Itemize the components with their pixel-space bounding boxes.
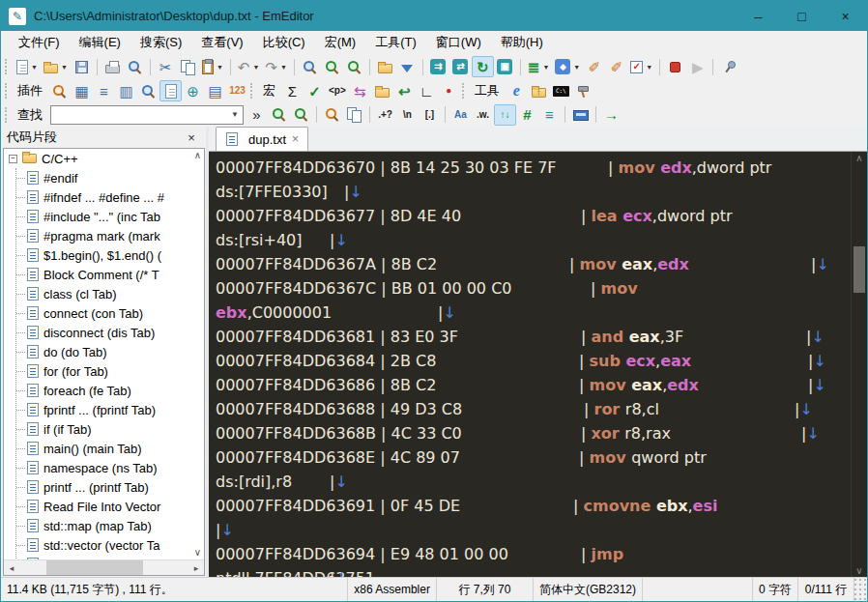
jump-list-button[interactable]: ≡ <box>538 104 561 126</box>
menu-item-1[interactable]: 文件(F) <box>9 31 70 54</box>
copy-highlighted-button[interactable] <box>343 104 365 126</box>
toolbar-grip[interactable] <box>5 83 10 99</box>
menu-item-4[interactable]: 查看(V) <box>191 31 252 54</box>
dropdown-arrow-icon[interactable]: ▼ <box>252 64 259 71</box>
macro-library-button[interactable]: ◆▼ <box>552 56 583 77</box>
snippet-item-8[interactable]: connect (con Tab) <box>16 303 204 323</box>
snippet-item-7[interactable]: class (cl Tab) <box>16 284 204 303</box>
print-preview-button[interactable] <box>124 56 146 77</box>
snippet-item-2[interactable]: #ifndef ... #define ... # <box>16 187 204 207</box>
snippet-item-13[interactable]: fprintf ... (fprintf Tab) <box>16 400 204 419</box>
plugin-search-button[interactable] <box>48 80 71 101</box>
find-in-files-button[interactable] <box>374 56 396 77</box>
toolbar-grip[interactable] <box>250 83 255 99</box>
multi-select-button[interactable]: ✓▼ <box>627 56 655 77</box>
tool-hammer-button[interactable] <box>572 80 594 101</box>
resize-grip[interactable] <box>854 578 867 601</box>
macro-apple-doc-button[interactable]: ● <box>438 80 460 101</box>
cut-button[interactable]: ✂ <box>155 56 177 77</box>
highlight-search-button[interactable] <box>321 104 343 126</box>
dropdown-arrow-icon[interactable]: ▼ <box>573 64 580 71</box>
plugin-snippets-button[interactable] <box>159 80 182 101</box>
close-button[interactable]: × <box>824 1 867 31</box>
macro-sum-button[interactable]: Σ <box>281 80 304 101</box>
snippet-item-11[interactable]: for (for Tab) <box>16 361 204 381</box>
menu-item-2[interactable]: 编辑(E) <box>70 31 130 54</box>
copy-button[interactable] <box>177 56 199 77</box>
menu-item-5[interactable]: 比较(C) <box>253 31 315 54</box>
regex-button[interactable]: .+? <box>374 104 396 126</box>
collapse-icon[interactable]: − <box>9 155 17 163</box>
menu-item-6[interactable]: 宏(M) <box>315 31 366 54</box>
plugin-outline-button[interactable]: ≡ <box>93 80 115 101</box>
tab-dup-txt[interactable]: dup.txt × <box>216 127 308 151</box>
editor-scroll-up-icon[interactable]: ∧ <box>852 153 867 163</box>
toolbar-grip[interactable] <box>462 83 467 99</box>
plugin-hash-grid-button[interactable]: ▦ <box>71 80 93 101</box>
combo-dropdown-icon[interactable]: ▼ <box>227 106 243 124</box>
display-mode-button[interactable] <box>569 104 592 126</box>
scroll-right-icon[interactable]: ▸ <box>188 563 204 573</box>
status-segment-4[interactable] <box>642 578 752 601</box>
snippet-item-20[interactable]: std::vector (vector Ta <box>16 535 204 555</box>
dropdown-arrow-icon[interactable]: ▼ <box>280 64 287 71</box>
snippet-item-3[interactable]: #include "..." (inc Tab <box>16 207 204 226</box>
next-document-button[interactable]: → <box>600 104 622 126</box>
paste-button[interactable]: ▼ <box>199 56 226 77</box>
plugin-word-count-button[interactable]: 123 <box>226 80 248 101</box>
plugin-web-preview-button[interactable]: ⊕ <box>182 80 204 101</box>
outline-button[interactable]: ≣▼ <box>525 56 553 77</box>
tree-scroll-down-icon[interactable]: ∨ <box>194 547 201 558</box>
pin-button[interactable] <box>717 56 739 77</box>
compare-rescan-button[interactable]: ⇄ <box>449 56 472 77</box>
dropdown-arrow-icon[interactable]: ▼ <box>61 64 68 71</box>
open-file-button[interactable]: ▼ <box>41 56 71 77</box>
menu-item-3[interactable]: 搜索(S) <box>130 31 191 54</box>
count-matches-button[interactable]: # <box>516 104 538 126</box>
new-file-button[interactable]: ▼ <box>14 56 41 77</box>
char-class-button[interactable]: [.] <box>419 104 441 126</box>
snippet-item-10[interactable]: do (do Tab) <box>16 342 204 361</box>
findbar-next-button[interactable] <box>268 104 290 126</box>
editor-scroll-thumb[interactable] <box>854 246 865 293</box>
plugin-projects-button[interactable]: ▤ <box>204 80 226 101</box>
minimize-button[interactable]: – <box>737 1 780 31</box>
macro-html-tag-button[interactable]: <p> <box>326 80 349 101</box>
snippet-item-14[interactable]: if (if Tab) <box>16 419 204 439</box>
scroll-thumb[interactable] <box>46 560 143 575</box>
snippet-item-4[interactable]: #pragma mark (mark <box>16 226 204 245</box>
toolbar-grip[interactable] <box>5 107 10 123</box>
tool-command-prompt-button[interactable]: C:\ <box>550 80 572 101</box>
match-case-button[interactable]: Aa <box>449 104 472 126</box>
snippet-item-15[interactable]: main() (main Tab) <box>16 439 204 458</box>
snippet-stack-button[interactable]: ✐ <box>605 56 627 77</box>
menu-item-8[interactable]: 窗口(W) <box>426 31 491 54</box>
snippet-item-18[interactable]: Read File Into Vector <box>16 497 204 516</box>
findbar-previous-button[interactable] <box>290 104 312 126</box>
snippets-panel-close-icon[interactable]: × <box>183 129 200 146</box>
macro-folder-button[interactable] <box>371 80 393 101</box>
snippet-item-6[interactable]: Block Comment (/* T <box>16 265 204 284</box>
menu-item-7[interactable]: 工具(T) <box>365 31 426 54</box>
macro-arrows-button[interactable]: ⇆ <box>349 80 371 101</box>
text-editor[interactable]: 00007FF84DD63670 | 8B 14 25 30 03 FE 7F|… <box>209 152 867 577</box>
snippet-insert-button[interactable]: ✐ <box>583 56 605 77</box>
tab-close-icon[interactable]: × <box>292 132 299 146</box>
redo-button[interactable]: ↷▼ <box>262 56 290 77</box>
status-segment-3[interactable]: 简体中文(GB2312) <box>533 578 642 601</box>
tool-folder-up-button[interactable]: ↑ <box>528 80 550 101</box>
macro-check-button[interactable]: ✓ <box>304 80 326 101</box>
undo-button[interactable]: ↶▼ <box>235 56 263 77</box>
macro-ruler-cursor-button[interactable]: ∟ <box>416 80 438 101</box>
snippet-item-16[interactable]: namespace (ns Tab) <box>16 458 204 477</box>
status-segment-5[interactable]: 0 字符 <box>752 578 797 601</box>
status-segment-2[interactable]: 行 7,列 70 <box>436 578 533 601</box>
status-segment-1[interactable]: x86 Assembler <box>347 578 436 601</box>
snippet-item-19[interactable]: std::map (map Tab) <box>16 516 204 535</box>
tree-root-folder[interactable]: −C/C++ <box>4 149 204 168</box>
maximize-button[interactable]: □ <box>780 1 824 31</box>
macro-back-button[interactable]: ↩ <box>393 80 416 101</box>
snippet-item-12[interactable]: foreach (fe Tab) <box>16 381 204 400</box>
dropdown-arrow-icon[interactable]: ▼ <box>31 64 38 71</box>
compare-scroll-sync-button[interactable]: ⇉ <box>427 56 449 77</box>
